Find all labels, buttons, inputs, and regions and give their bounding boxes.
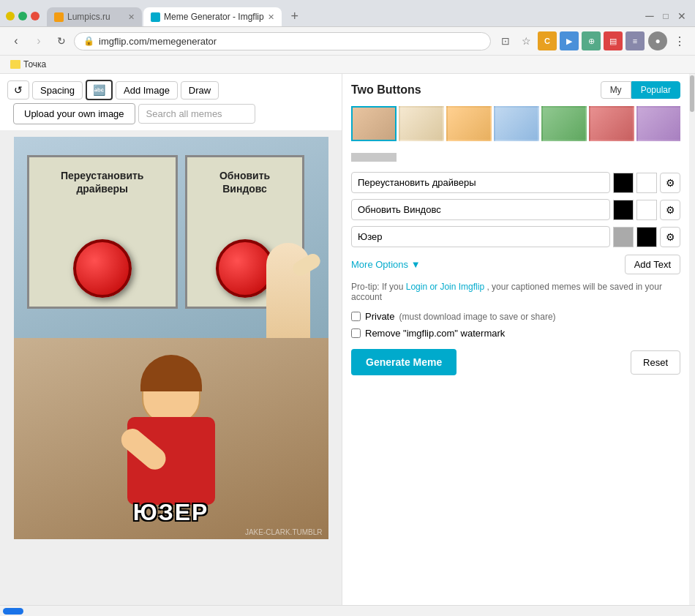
right-btn-label: ОбновитьВиндовс [217, 166, 273, 198]
bookmark-folder-item[interactable]: Точка [6, 58, 50, 71]
menu-icon[interactable]: ⋮ [670, 31, 689, 50]
font-btn[interactable]: 🔤 [86, 80, 113, 100]
add-text-btn[interactable]: Add Text [625, 255, 680, 274]
back-btn[interactable]: ‹ [6, 31, 26, 51]
add-image-btn[interactable]: Add Image [116, 81, 178, 99]
text-input-3[interactable] [351, 226, 610, 247]
close-btn[interactable] [31, 12, 40, 20]
thumb-5[interactable] [541, 106, 587, 141]
win-minimize[interactable]: ─ [642, 9, 657, 23]
text-field-row-3: ⚙ [351, 226, 680, 247]
reload-btn[interactable]: ↻ [51, 31, 72, 51]
bookmark-label: Точка [23, 59, 46, 70]
upload-btn[interactable]: Upload your own image [13, 103, 135, 124]
more-options-btn[interactable]: More Options ▼ [351, 259, 421, 270]
extension-icon-3[interactable]: ⊕ [582, 31, 601, 50]
thumb-4[interactable] [494, 106, 539, 141]
generate-meme-btn[interactable]: Generate Meme [351, 349, 457, 375]
thumb-11[interactable] [351, 153, 397, 162]
tab-close-2[interactable]: ✕ [268, 12, 274, 22]
popular-tab-btn[interactable]: Popular [631, 81, 680, 99]
tab-favicon-2 [151, 12, 160, 22]
color-black-2[interactable] [613, 200, 634, 220]
meme-bottom-panel: ЮЗЕР JAKE-CLARK.TUMBLR [14, 338, 328, 539]
extension-icon-1[interactable]: C [538, 31, 557, 50]
thumb-2[interactable] [399, 106, 444, 141]
thumb-6[interactable] [589, 106, 634, 141]
cast-icon[interactable]: ⊡ [496, 31, 515, 50]
left-btn-label: Переустановитьдрайверы [58, 166, 147, 198]
extension-icon-5[interactable]: ≡ [626, 31, 645, 50]
color-white-2[interactable] [636, 200, 657, 220]
scroll-thumb-vertical[interactable] [690, 75, 694, 112]
maximize-btn[interactable] [18, 12, 27, 20]
meme-canvas: Переустановитьдрайверы ОбновитьВиндовс [0, 131, 342, 605]
thumb-1[interactable] [351, 106, 397, 141]
lock-icon: 🔒 [83, 36, 94, 46]
browser-window: Lumpics.ru ✕ Meme Generator - Imgflip ✕ … [0, 0, 695, 616]
tab-close-1[interactable]: ✕ [128, 12, 135, 22]
title-bar: Lumpics.ru ✕ Meme Generator - Imgflip ✕ … [0, 0, 695, 26]
text-input-2[interactable] [351, 199, 610, 220]
tab-buttons: My Popular [601, 81, 680, 99]
watermark-checkbox-row: Remove "imgflip.com" watermark [351, 328, 680, 339]
tab-bar: Lumpics.ru ✕ Meme Generator - Imgflip ✕ … [47, 6, 638, 26]
watermark: JAKE-CLARK.TUMBLR [245, 528, 323, 536]
color-black-1[interactable] [613, 173, 634, 193]
bottom-meme-text: ЮЗЕР [14, 499, 328, 526]
my-tab-btn[interactable]: My [601, 81, 631, 99]
bookmark-icon[interactable]: ☆ [516, 31, 536, 50]
profile-icon[interactable]: ● [648, 31, 667, 50]
person-figure [98, 358, 244, 519]
color-gray-3[interactable] [613, 227, 634, 247]
minimize-btn[interactable] [6, 12, 15, 20]
side-panel: Two Buttons My Popular [342, 74, 689, 605]
text-input-1[interactable] [351, 172, 610, 193]
meme-image: Переустановитьдрайверы ОбновитьВиндовс [14, 137, 328, 539]
thumb-3[interactable] [446, 106, 492, 141]
url-bar[interactable]: 🔒 imgflip.com/memegenerator [74, 32, 491, 50]
add-tab-btn[interactable]: + [285, 6, 305, 26]
settings-btn-3[interactable]: ⚙ [660, 227, 680, 247]
win-close[interactable]: ✕ [675, 9, 689, 23]
private-checkbox[interactable] [351, 312, 361, 321]
private-checkbox-row: Private (must download image to save or … [351, 311, 680, 322]
nav-actions: ⊡ ☆ C ▶ ⊕ ▤ ≡ ● ⋮ [496, 31, 689, 50]
tab-label-2: Meme Generator - Imgflip [164, 12, 264, 22]
nav-bar: ‹ › ↻ 🔒 imgflip.com/memegenerator ⊡ ☆ C … [0, 26, 695, 56]
scroll-thumb-horizontal[interactable] [3, 608, 23, 615]
extension-icon-4[interactable]: ▤ [604, 31, 623, 50]
folder-icon [10, 60, 20, 69]
window-controls: ─ □ ✕ [642, 9, 689, 23]
left-button-box: Переустановитьдрайверы [27, 155, 178, 309]
text-field-row-2: ⚙ [351, 199, 680, 220]
search-box[interactable]: Search all memes [138, 104, 255, 124]
win-maximize[interactable]: □ [658, 9, 673, 23]
thumb-7[interactable] [636, 106, 680, 141]
left-red-button [73, 239, 132, 298]
undo-btn[interactable]: ↺ [7, 80, 29, 99]
private-note: (must download image to save or share) [399, 312, 555, 322]
bottom-scrollbar[interactable] [0, 605, 695, 616]
tab-favicon-1 [54, 12, 64, 22]
traffic-lights [6, 12, 40, 20]
draw-btn[interactable]: Draw [181, 81, 219, 99]
color-black-3[interactable] [636, 227, 657, 247]
extension-icon-2[interactable]: ▶ [560, 31, 579, 50]
forward-btn[interactable]: › [29, 31, 49, 51]
watermark-label: Remove "imgflip.com" watermark [365, 328, 505, 339]
template-strip-2 [351, 153, 680, 162]
page-content: ↺ Spacing 🔤 Add Image Draw Upload your o… [0, 74, 695, 605]
toolbar: ↺ Spacing 🔤 Add Image Draw Upload your o… [0, 74, 342, 131]
settings-btn-1[interactable]: ⚙ [660, 173, 680, 193]
right-scrollbar[interactable] [689, 74, 695, 605]
tab-imgflip[interactable]: Meme Generator - Imgflip ✕ [143, 7, 282, 26]
settings-btn-2[interactable]: ⚙ [660, 200, 680, 220]
tab-lumpics[interactable]: Lumpics.ru ✕ [47, 7, 142, 26]
watermark-checkbox[interactable] [351, 328, 361, 338]
spacing-btn[interactable]: Spacing [32, 81, 83, 99]
color-white-1[interactable] [636, 173, 657, 193]
reset-btn[interactable]: Reset [631, 350, 680, 375]
login-link[interactable]: Login or Join Imgflip [406, 282, 484, 292]
canvas-section: ↺ Spacing 🔤 Add Image Draw Upload your o… [0, 74, 342, 605]
